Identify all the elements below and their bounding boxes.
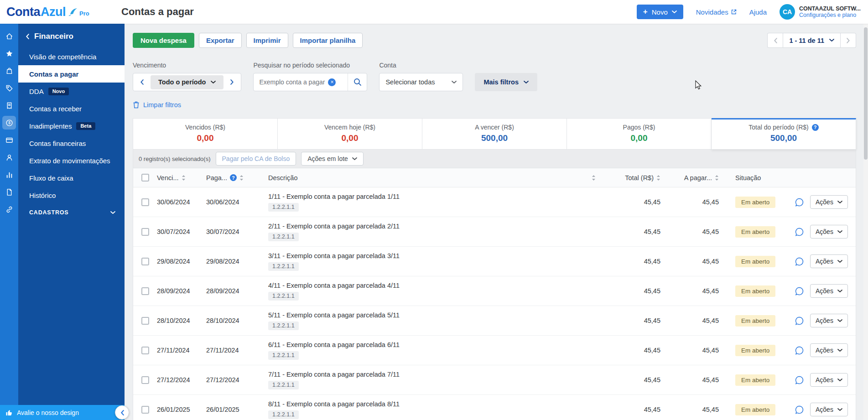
- pagination-prev-button[interactable]: [767, 33, 783, 48]
- period-prev-button[interactable]: [133, 73, 151, 91]
- help-icon[interactable]: ?: [230, 174, 237, 181]
- row-checkbox[interactable]: [141, 287, 149, 295]
- home-icon[interactable]: [2, 29, 16, 43]
- row-checkbox[interactable]: [141, 347, 149, 354]
- reports-icon[interactable]: [2, 168, 16, 181]
- sidebar-back-financeiro[interactable]: Financeiro: [18, 27, 125, 48]
- mais-filtros-button[interactable]: Mais filtros: [475, 73, 537, 91]
- row-pagamento: 28/09/2024: [206, 287, 268, 295]
- comment-icon[interactable]: [795, 286, 804, 296]
- summary-card-4[interactable]: Total do período (R$) ? 500,00: [712, 118, 856, 150]
- imprimir-button[interactable]: Imprimir: [246, 33, 288, 48]
- page-title: Contas a pagar: [121, 6, 194, 18]
- row-descricao: 3/11 - Exemplo conta a pagar parcelada 3…: [268, 252, 602, 271]
- header-pagamento[interactable]: Paga... ?: [206, 174, 268, 181]
- documents-icon[interactable]: [2, 185, 16, 199]
- search-button[interactable]: [348, 73, 367, 91]
- search-input[interactable]: [254, 78, 328, 86]
- sidebar-item-6[interactable]: Extrato de movimentações: [18, 152, 125, 169]
- scrollbar[interactable]: [863, 24, 868, 420]
- period-select[interactable]: Todo o período: [151, 75, 223, 89]
- account-settings-link[interactable]: Configurações e plano: [799, 12, 861, 18]
- help-icon[interactable]: ?: [812, 124, 819, 131]
- acoes-button[interactable]: Ações: [810, 343, 848, 357]
- row-checkbox[interactable]: [141, 258, 149, 265]
- sidebar-item-4[interactable]: Inadimplentes Beta: [18, 117, 125, 135]
- sort-icon[interactable]: [656, 175, 660, 181]
- card-icon[interactable]: [2, 133, 16, 147]
- clients-icon[interactable]: [2, 150, 16, 164]
- ajuda-link[interactable]: Ajuda: [749, 8, 767, 16]
- summary-card-2[interactable]: A vencer (R$) ? 500,00: [422, 118, 567, 150]
- novidades-link[interactable]: Novidades: [696, 8, 737, 16]
- sidebar-item-1[interactable]: Contas a pagar: [18, 65, 125, 83]
- receipt-icon[interactable]: [2, 99, 16, 112]
- comment-icon[interactable]: [795, 405, 804, 415]
- pagination-next-button[interactable]: [841, 33, 856, 48]
- acoes-button[interactable]: Ações: [810, 403, 848, 416]
- sidebar-item-2[interactable]: DDA Novo: [18, 83, 125, 100]
- row-checkbox[interactable]: [141, 376, 149, 384]
- category-tag: 1.2.2.1.1: [268, 410, 299, 419]
- integrations-icon[interactable]: [2, 202, 16, 216]
- sort-icon[interactable]: [182, 175, 186, 181]
- exportar-button[interactable]: Exportar: [199, 33, 242, 48]
- star-icon[interactable]: [2, 47, 16, 60]
- sort-icon[interactable]: [592, 175, 596, 181]
- header-total[interactable]: Total (R$): [602, 174, 660, 181]
- header-descricao[interactable]: Descrição: [268, 174, 602, 181]
- summary-card-0[interactable]: Vencidos (R$) ? 0,00: [133, 118, 278, 150]
- comment-icon[interactable]: [795, 197, 804, 207]
- row-checkbox[interactable]: [141, 317, 149, 325]
- header-vencimento[interactable]: Venci...: [157, 174, 206, 181]
- comment-icon[interactable]: [795, 346, 804, 355]
- acoes-button[interactable]: Ações: [810, 284, 848, 298]
- sidebar-collapse-button[interactable]: [115, 405, 129, 420]
- acoes-button[interactable]: Ações: [810, 314, 848, 327]
- nova-despesa-button[interactable]: Nova despesa: [133, 33, 194, 48]
- row-checkbox[interactable]: [141, 406, 149, 414]
- header-a-pagar[interactable]: A pagar...: [660, 174, 719, 181]
- sidebar-item-8[interactable]: Histórico: [18, 187, 125, 204]
- conta-select[interactable]: Selecionar todas: [379, 73, 463, 91]
- period-next-button[interactable]: [223, 73, 241, 91]
- comment-icon[interactable]: [795, 257, 804, 266]
- comment-icon[interactable]: [795, 375, 804, 385]
- acoes-button[interactable]: Ações: [810, 373, 848, 387]
- sidebar-item-3[interactable]: Contas a receber: [18, 100, 125, 117]
- chevron-left-icon: [26, 34, 29, 39]
- account-menu[interactable]: CA CONTAAZUL SOFTW... Configurações e pl…: [780, 4, 861, 20]
- contaazul-logo[interactable]: Conta Azul Pro: [0, 5, 115, 19]
- design-feedback-banner[interactable]: Avalie o nosso design: [0, 405, 125, 420]
- row-checkbox[interactable]: [141, 198, 149, 206]
- finance-icon[interactable]: $: [2, 116, 16, 130]
- thumbs-up-icon: [5, 409, 13, 416]
- sort-icon[interactable]: [239, 175, 244, 181]
- acoes-button[interactable]: Ações: [810, 195, 848, 209]
- clear-search-icon[interactable]: ×: [328, 78, 336, 86]
- row-checkbox[interactable]: [141, 228, 149, 236]
- sidebar-item-cadastros[interactable]: CADASTROS: [18, 204, 125, 221]
- comment-icon[interactable]: [795, 227, 804, 237]
- pagination-range-select[interactable]: 1 - 11 de 11: [783, 33, 841, 48]
- scrollbar-thumb[interactable]: [864, 27, 868, 160]
- limpar-filtros-button[interactable]: Limpar filtros: [133, 101, 181, 109]
- summary-card-1[interactable]: Vencem hoje (R$) ? 0,00: [278, 118, 422, 150]
- acoes-button[interactable]: Ações: [810, 254, 848, 268]
- pagar-ca-bolso-button[interactable]: Pagar pelo CA de Bolso: [216, 152, 296, 166]
- select-all-checkbox[interactable]: [141, 174, 149, 181]
- acoes-lote-button[interactable]: Ações em lote: [301, 152, 364, 166]
- sidebar-item-0[interactable]: Visão de competência: [18, 48, 125, 65]
- importar-planilha-button[interactable]: Importar planilha: [293, 33, 363, 48]
- avatar[interactable]: CA: [780, 4, 795, 20]
- summary-card-3[interactable]: Pagos (R$) ? 0,00: [567, 118, 712, 150]
- acoes-button[interactable]: Ações: [810, 225, 848, 239]
- sort-icon[interactable]: [715, 175, 719, 181]
- novo-button[interactable]: + Novo: [637, 5, 683, 19]
- sidebar-item-5[interactable]: Contas financeiras: [18, 135, 125, 152]
- sales-tag-icon[interactable]: [2, 81, 16, 95]
- category-tag: 1.2.2.1.1: [268, 262, 299, 271]
- sidebar-item-7[interactable]: Fluxo de caixa: [18, 169, 125, 187]
- comment-icon[interactable]: [795, 316, 804, 326]
- shopping-bag-icon[interactable]: [2, 64, 16, 78]
